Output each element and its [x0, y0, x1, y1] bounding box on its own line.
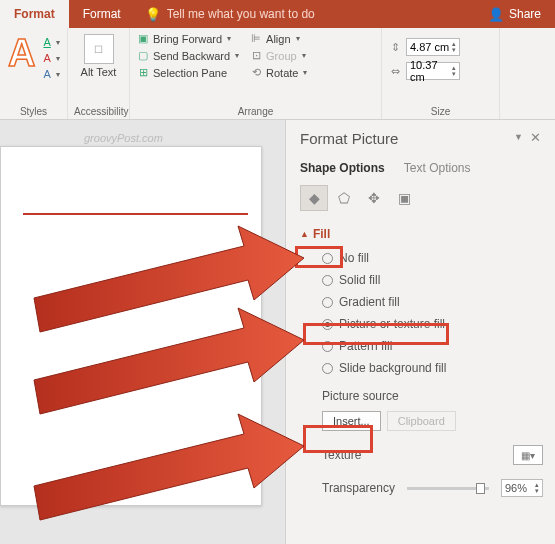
send-backward-button[interactable]: ▢Send Backward — [136, 49, 239, 62]
effects-category-icon[interactable]: ⬠ — [330, 185, 358, 211]
tell-me-search[interactable]: 💡 Tell me what you want to do — [135, 0, 474, 28]
selection-pane-button[interactable]: ⊞Selection Pane — [136, 66, 239, 79]
wordart-style-icon[interactable]: A — [6, 32, 37, 72]
shape-options-tab[interactable]: Shape Options — [300, 161, 385, 175]
align-button[interactable]: ⊫Align — [249, 32, 307, 45]
picture-category-icon[interactable]: ▣ — [390, 185, 418, 211]
radio-no-fill[interactable]: No fill — [322, 251, 543, 265]
height-icon: ⇕ — [388, 41, 402, 54]
clipboard-button: Clipboard — [387, 411, 456, 431]
radio-pattern-fill[interactable]: Pattern fill — [322, 339, 543, 353]
share-label: Share — [509, 7, 541, 21]
format-picture-pane: ▼ ✕ Format Picture Shape Options Text Op… — [285, 120, 555, 544]
person-icon: 👤 — [488, 7, 504, 22]
radio-solid-fill[interactable]: Solid fill — [322, 273, 543, 287]
rotate-button[interactable]: ⟲Rotate — [249, 66, 307, 79]
share-button[interactable]: 👤 Share — [474, 0, 555, 28]
group-label-size: Size — [388, 104, 493, 117]
alt-text-icon: ☐ — [84, 34, 114, 64]
height-input[interactable]: 4.87 cm▴▾ — [406, 38, 460, 56]
width-input[interactable]: 10.37 cm▴▾ — [406, 62, 460, 80]
tab-format-active[interactable]: Format — [0, 0, 69, 28]
group-label-styles: Styles — [6, 104, 61, 117]
picture-source-label: Picture source — [322, 389, 543, 403]
size-category-icon[interactable]: ✥ — [360, 185, 388, 211]
pane-menu-icon[interactable]: ▼ — [514, 132, 523, 142]
lightbulb-icon: 💡 — [145, 7, 161, 22]
radio-slide-bg-fill[interactable]: Slide background fill — [322, 361, 543, 375]
pane-close-button[interactable]: ✕ — [530, 130, 541, 145]
pane-option-tabs: Shape Options Text Options — [300, 161, 543, 175]
text-effects-dropdown[interactable]: A — [43, 68, 59, 80]
fill-section-header[interactable]: ▲ Fill — [300, 227, 543, 241]
transparency-input[interactable]: 96%▴▾ — [501, 479, 543, 497]
ribbon: A A A A Styles ☐ Alt Text Accessibility … — [0, 28, 555, 120]
bring-forward-button[interactable]: ▣Bring Forward — [136, 32, 239, 45]
alt-text-button[interactable]: Alt Text — [81, 66, 117, 78]
texture-label: Texture — [322, 448, 361, 462]
collapse-icon: ▲ — [300, 229, 309, 239]
group-button: ⊡Group — [249, 49, 307, 62]
radio-gradient-fill[interactable]: Gradient fill — [322, 295, 543, 309]
pane-title: Format Picture — [300, 130, 543, 147]
slide-canvas: groovyPost.com — [0, 120, 285, 544]
slide-line — [23, 213, 248, 215]
transparency-slider[interactable] — [407, 487, 489, 490]
watermark-text: groovyPost.com — [84, 132, 163, 144]
title-bar: Format Format 💡 Tell me what you want to… — [0, 0, 555, 28]
insert-button[interactable]: Insert... — [322, 411, 381, 431]
group-label-arrange: Arrange — [136, 104, 375, 117]
transparency-label: Transparency — [322, 481, 395, 495]
text-options-tab[interactable]: Text Options — [404, 161, 471, 175]
radio-picture-fill[interactable]: Picture or texture fill — [322, 317, 543, 331]
slide[interactable] — [0, 146, 262, 506]
text-fill-dropdown[interactable]: A — [43, 36, 59, 48]
fill-category-icon[interactable]: ◆ — [300, 185, 328, 211]
width-icon: ⇔ — [388, 65, 402, 78]
texture-dropdown[interactable]: ▦▾ — [513, 445, 543, 465]
text-outline-dropdown[interactable]: A — [43, 52, 59, 64]
group-label-accessibility: Accessibility — [74, 104, 123, 117]
tell-me-label: Tell me what you want to do — [167, 7, 315, 21]
tab-format[interactable]: Format — [69, 0, 135, 28]
workspace: groovyPost.com ▼ ✕ Format Picture Shape … — [0, 120, 555, 544]
